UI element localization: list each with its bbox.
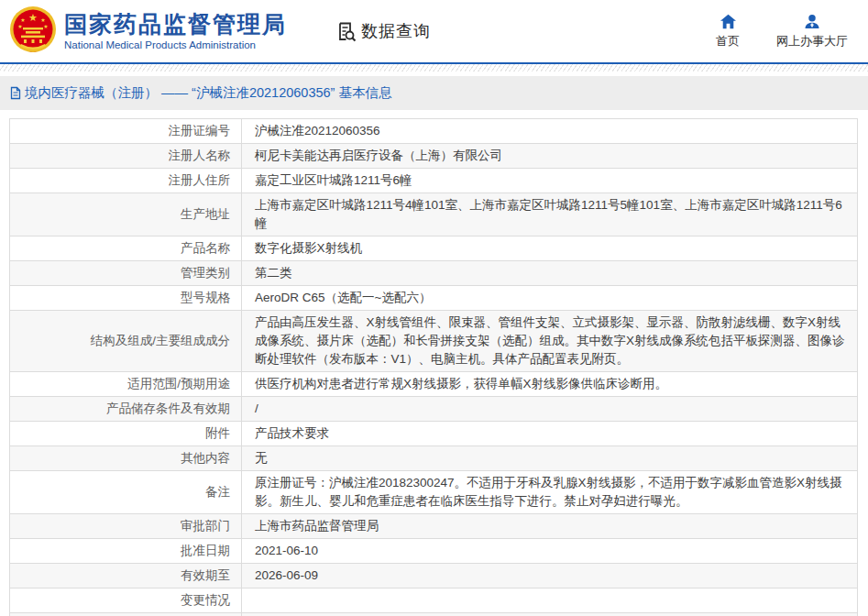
field-label: 注册人住所 [10, 169, 242, 193]
field-value: 详情 [242, 613, 858, 616]
table-row: 管理类别第二类 [10, 261, 858, 286]
table-row: 变更情况 [10, 588, 858, 613]
data-query-label: 数据查询 [361, 20, 431, 42]
site-header: ★ ★ ★ ★ ★ 国家药品监督管理局 National Medical Pro… [0, 0, 868, 64]
page-document-icon [9, 86, 22, 100]
field-value: 嘉定工业区叶城路1211号6幢 [242, 169, 858, 193]
svg-text:★: ★ [28, 12, 38, 23]
field-label: 附件 [10, 422, 242, 446]
field-value: 柯尼卡美能达再启医疗设备（上海）有限公司 [242, 144, 858, 169]
document-search-icon [335, 20, 357, 43]
field-value: 数字化摄影X射线机 [242, 236, 858, 261]
field-label: 产品名称 [10, 236, 242, 261]
table-row: 型号规格AeroDR C65（选配一~选配六） [10, 286, 858, 311]
registration-info-table-wrap: 注册证编号沪械注准20212060356注册人名称柯尼卡美能达再启医疗设备（上海… [9, 118, 858, 616]
field-value: 上海市嘉定区叶城路1211号4幢101室、上海市嘉定区叶城路1211号5幢101… [242, 193, 858, 236]
table-row: 备注原注册证号：沪械注准20182300247。不适用于牙科及乳腺X射线摄影，不… [10, 471, 858, 514]
org-name: 国家药品监督管理局 National Medical Products Admi… [64, 12, 287, 50]
field-value [242, 588, 858, 613]
field-label: 注册证编号 [10, 119, 242, 144]
field-label: 注册人名称 [10, 144, 242, 169]
svg-text:★: ★ [17, 24, 22, 29]
field-label: 审批部门 [10, 514, 242, 539]
table-row: 其他内容无 [10, 446, 858, 471]
home-icon [720, 14, 737, 29]
person-icon [804, 14, 820, 29]
table-row: 审批部门上海市药品监督管理局 [10, 514, 858, 539]
field-label: 生产地址 [10, 193, 242, 236]
field-value: 沪械注准20212060356 [242, 119, 858, 144]
nav-item-label: 网上办事大厅 [776, 33, 848, 50]
field-label: 型号规格 [10, 286, 242, 311]
svg-text:★: ★ [40, 17, 45, 23]
header-hatch-divider [0, 64, 868, 72]
nav-item-home[interactable]: 首页 [716, 14, 740, 50]
field-label: 注 [10, 613, 242, 616]
field-label: 适用范围/预期用途 [10, 372, 242, 397]
field-value: 无 [242, 446, 858, 471]
table-row: 附件产品技术要求 [10, 422, 858, 446]
nav-item-label: 首页 [716, 33, 740, 50]
national-emblem-icon: ★ ★ ★ ★ ★ [9, 6, 57, 58]
table-row: 注详情 [10, 613, 858, 616]
field-label: 有效期至 [10, 564, 242, 588]
field-value: 产品由高压发生器、X射线管组件、限束器、管组件支架、立式摄影架、显示器、防散射滤… [242, 311, 858, 372]
field-value: AeroDR C65（选配一~选配六） [242, 286, 858, 311]
table-row: 注册证编号沪械注准20212060356 [10, 119, 858, 144]
field-value: 2026-06-09 [242, 564, 858, 588]
table-row: 有效期至2026-06-09 [10, 564, 858, 588]
header-nav: 首页 网上办事大厅 [716, 14, 848, 50]
breadcrumb: 境内医疗器械（注册） —— “沪械注准20212060356” 基本信息 [0, 76, 868, 110]
org-name-en: National Medical Products Administration [64, 39, 287, 50]
table-row: 产品名称数字化摄影X射线机 [10, 236, 858, 261]
field-label: 变更情况 [10, 588, 242, 613]
field-label: 备注 [10, 471, 242, 514]
field-value: 上海市药品监督管理局 [242, 514, 858, 539]
registration-info-table: 注册证编号沪械注准20212060356注册人名称柯尼卡美能达再启医疗设备（上海… [9, 118, 858, 616]
field-value: 产品技术要求 [242, 422, 858, 446]
field-value: 原注册证号：沪械注准20182300247。不适用于牙科及乳腺X射线摄影，不适用… [242, 471, 858, 514]
field-label: 其他内容 [10, 446, 242, 471]
table-row: 批准日期2021-06-10 [10, 539, 858, 564]
field-value: 供医疗机构对患者进行常规X射线摄影，获得单幅X射线影像供临床诊断用。 [242, 372, 858, 397]
data-query-nav[interactable]: 数据查询 [335, 20, 431, 43]
table-row: 产品储存条件及有效期/ [10, 397, 858, 422]
nmpa-logo[interactable]: ★ ★ ★ ★ ★ 国家药品监督管理局 National Medical Pro… [9, 6, 287, 58]
table-row: 注册人住所嘉定工业区叶城路1211号6幢 [10, 169, 858, 193]
page-title: 境内医疗器械（注册） —— “沪械注准20212060356” 基本信息 [25, 84, 391, 102]
field-value: / [242, 397, 858, 422]
svg-text:★: ★ [20, 17, 25, 23]
field-label: 结构及组成/主要组成成分 [10, 311, 242, 372]
field-value: 2021-06-10 [242, 539, 858, 564]
info-table-body: 注册证编号沪械注准20212060356注册人名称柯尼卡美能达再启医疗设备（上海… [10, 119, 858, 616]
table-row: 适用范围/预期用途供医疗机构对患者进行常规X射线摄影，获得单幅X射线影像供临床诊… [10, 372, 858, 397]
field-label: 管理类别 [10, 261, 242, 286]
field-label: 产品储存条件及有效期 [10, 397, 242, 422]
nav-item-service-hall[interactable]: 网上办事大厅 [776, 14, 848, 50]
field-value: 第二类 [242, 261, 858, 286]
table-row: 结构及组成/主要组成成分产品由高压发生器、X射线管组件、限束器、管组件支架、立式… [10, 311, 858, 372]
org-name-cn: 国家药品监督管理局 [64, 12, 287, 38]
field-label: 批准日期 [10, 539, 242, 564]
table-row: 生产地址上海市嘉定区叶城路1211号4幢101室、上海市嘉定区叶城路1211号5… [10, 193, 858, 236]
svg-text:★: ★ [43, 24, 48, 29]
table-row: 注册人名称柯尼卡美能达再启医疗设备（上海）有限公司 [10, 144, 858, 169]
